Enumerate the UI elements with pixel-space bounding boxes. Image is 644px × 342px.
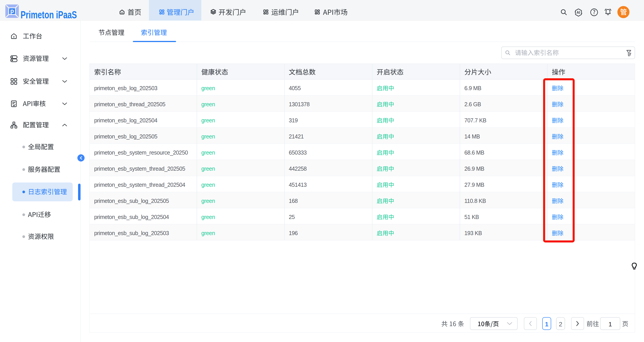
svg-text:p: p — [10, 8, 14, 14]
